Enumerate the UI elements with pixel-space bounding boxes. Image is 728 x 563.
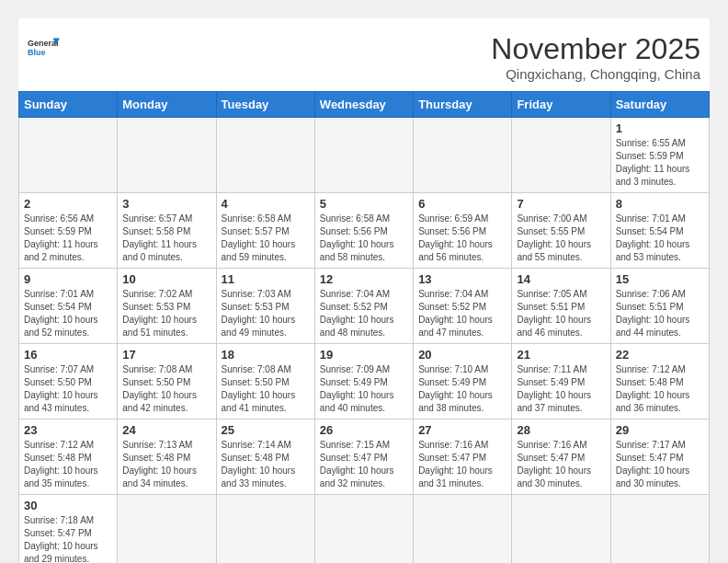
day-info: Sunrise: 7:03 AMSunset: 5:53 PMDaylight:… <box>222 288 310 339</box>
day-info: Sunrise: 7:11 AMSunset: 5:49 PMDaylight:… <box>517 363 605 415</box>
day-number: 25 <box>222 423 310 437</box>
calendar-day: 16Sunrise: 7:07 AMSunset: 5:50 PMDayligh… <box>19 344 118 419</box>
day-number: 28 <box>517 423 605 437</box>
day-number: 27 <box>418 423 506 437</box>
day-number: 7 <box>517 197 605 211</box>
calendar-day: 1Sunrise: 6:55 AMSunset: 5:59 PMDaylight… <box>610 118 709 193</box>
day-number: 14 <box>517 272 605 286</box>
calendar-day: 17Sunrise: 7:08 AMSunset: 5:50 PMDayligh… <box>118 344 216 419</box>
calendar-week-row: 9Sunrise: 7:01 AMSunset: 5:54 PMDaylight… <box>19 269 710 344</box>
header-wednesday: Wednesday <box>314 92 413 118</box>
day-number: 18 <box>222 348 310 362</box>
logo: General Blue <box>28 32 61 65</box>
calendar-day: 15Sunrise: 7:06 AMSunset: 5:51 PMDayligh… <box>610 269 709 344</box>
calendar-day: 14Sunrise: 7:05 AMSunset: 5:51 PMDayligh… <box>512 269 610 344</box>
calendar-header: Sunday Monday Tuesday Wednesday Thursday… <box>19 92 710 118</box>
day-number: 17 <box>122 348 210 362</box>
day-info: Sunrise: 7:16 AMSunset: 5:47 PMDaylight:… <box>418 439 506 490</box>
day-info: Sunrise: 6:58 AMSunset: 5:57 PMDaylight:… <box>222 213 310 264</box>
day-info: Sunrise: 6:55 AMSunset: 5:59 PMDaylight:… <box>616 137 704 189</box>
location: Qingxichang, Chongqing, China <box>491 66 700 82</box>
calendar-day: 18Sunrise: 7:08 AMSunset: 5:50 PMDayligh… <box>216 344 314 419</box>
day-number: 26 <box>320 423 408 437</box>
day-info: Sunrise: 7:01 AMSunset: 5:54 PMDaylight:… <box>24 288 112 339</box>
day-info: Sunrise: 7:04 AMSunset: 5:52 PMDaylight:… <box>418 288 506 339</box>
day-number: 4 <box>222 197 310 211</box>
day-info: Sunrise: 7:12 AMSunset: 5:48 PMDaylight:… <box>616 363 704 415</box>
calendar-day <box>216 118 314 193</box>
day-info: Sunrise: 7:08 AMSunset: 5:50 PMDaylight:… <box>122 363 210 415</box>
calendar-week-row: 2Sunrise: 6:56 AMSunset: 5:59 PMDaylight… <box>19 193 710 269</box>
day-info: Sunrise: 7:07 AMSunset: 5:50 PMDaylight:… <box>24 363 112 415</box>
calendar-day: 12Sunrise: 7:04 AMSunset: 5:52 PMDayligh… <box>314 269 413 344</box>
svg-text:Blue: Blue <box>28 48 46 57</box>
calendar-day: 5Sunrise: 6:58 AMSunset: 5:56 PMDaylight… <box>314 193 413 269</box>
calendar-day <box>314 495 413 564</box>
calendar-day <box>512 118 610 193</box>
calendar-day: 21Sunrise: 7:11 AMSunset: 5:49 PMDayligh… <box>512 344 610 419</box>
day-number: 23 <box>24 423 112 437</box>
calendar-day: 13Sunrise: 7:04 AMSunset: 5:52 PMDayligh… <box>414 269 512 344</box>
calendar-day: 28Sunrise: 7:16 AMSunset: 5:47 PMDayligh… <box>512 419 610 495</box>
general-blue-logo-icon: General Blue <box>28 32 61 65</box>
day-number: 3 <box>122 197 210 211</box>
title-area: November 2025 Qingxichang, Chongqing, Ch… <box>491 32 700 82</box>
days-header-row: Sunday Monday Tuesday Wednesday Thursday… <box>19 92 710 118</box>
calendar-day <box>610 495 709 564</box>
day-number: 11 <box>222 272 310 286</box>
calendar-week-row: 16Sunrise: 7:07 AMSunset: 5:50 PMDayligh… <box>19 344 710 419</box>
svg-text:General: General <box>28 39 59 48</box>
month-title: November 2025 <box>491 32 700 66</box>
calendar-day <box>414 118 512 193</box>
header-sunday: Sunday <box>19 92 118 118</box>
calendar-day: 20Sunrise: 7:10 AMSunset: 5:49 PMDayligh… <box>414 344 512 419</box>
day-number: 10 <box>122 272 210 286</box>
calendar-day: 23Sunrise: 7:12 AMSunset: 5:48 PMDayligh… <box>19 419 118 495</box>
day-number: 8 <box>616 197 704 211</box>
header-saturday: Saturday <box>610 92 709 118</box>
calendar-day: 10Sunrise: 7:02 AMSunset: 5:53 PMDayligh… <box>118 269 216 344</box>
calendar-day <box>118 118 216 193</box>
day-info: Sunrise: 7:04 AMSunset: 5:52 PMDaylight:… <box>320 288 408 339</box>
calendar-table: Sunday Monday Tuesday Wednesday Thursday… <box>18 91 710 563</box>
calendar-day <box>414 495 512 564</box>
day-info: Sunrise: 7:00 AMSunset: 5:55 PMDaylight:… <box>517 213 605 264</box>
day-info: Sunrise: 7:10 AMSunset: 5:49 PMDaylight:… <box>418 363 506 415</box>
day-number: 9 <box>24 272 112 286</box>
day-number: 20 <box>418 348 506 362</box>
day-info: Sunrise: 6:56 AMSunset: 5:59 PMDaylight:… <box>24 213 112 264</box>
header-monday: Monday <box>118 92 216 118</box>
calendar-day <box>216 495 314 564</box>
day-number: 13 <box>418 272 506 286</box>
calendar-week-row: 30Sunrise: 7:18 AMSunset: 5:47 PMDayligh… <box>19 495 710 564</box>
header-tuesday: Tuesday <box>216 92 314 118</box>
calendar-day: 30Sunrise: 7:18 AMSunset: 5:47 PMDayligh… <box>19 495 118 564</box>
day-number: 21 <box>517 348 605 362</box>
calendar-week-row: 1Sunrise: 6:55 AMSunset: 5:59 PMDaylight… <box>19 118 710 193</box>
day-info: Sunrise: 7:13 AMSunset: 5:48 PMDaylight:… <box>122 439 210 490</box>
header: General Blue November 2025 Qingxichang, … <box>18 18 710 91</box>
calendar-day <box>512 495 610 564</box>
day-info: Sunrise: 7:17 AMSunset: 5:47 PMDaylight:… <box>616 439 704 490</box>
calendar-day <box>19 118 118 193</box>
calendar-day: 9Sunrise: 7:01 AMSunset: 5:54 PMDaylight… <box>19 269 118 344</box>
day-info: Sunrise: 7:01 AMSunset: 5:54 PMDaylight:… <box>616 213 704 264</box>
header-thursday: Thursday <box>414 92 512 118</box>
day-number: 29 <box>616 423 704 437</box>
day-info: Sunrise: 7:08 AMSunset: 5:50 PMDaylight:… <box>222 363 310 415</box>
calendar-day: 24Sunrise: 7:13 AMSunset: 5:48 PMDayligh… <box>118 419 216 495</box>
day-number: 30 <box>24 499 112 512</box>
day-info: Sunrise: 6:58 AMSunset: 5:56 PMDaylight:… <box>320 213 408 264</box>
calendar-day: 8Sunrise: 7:01 AMSunset: 5:54 PMDaylight… <box>610 193 709 269</box>
calendar-page: General Blue November 2025 Qingxichang, … <box>18 18 710 563</box>
calendar-day: 6Sunrise: 6:59 AMSunset: 5:56 PMDaylight… <box>414 193 512 269</box>
day-number: 1 <box>616 121 704 135</box>
calendar-body: 1Sunrise: 6:55 AMSunset: 5:59 PMDaylight… <box>19 118 710 564</box>
day-number: 24 <box>122 423 210 437</box>
calendar-day: 2Sunrise: 6:56 AMSunset: 5:59 PMDaylight… <box>19 193 118 269</box>
calendar-day <box>314 118 413 193</box>
day-number: 22 <box>616 348 704 362</box>
day-info: Sunrise: 7:15 AMSunset: 5:47 PMDaylight:… <box>320 439 408 490</box>
calendar-day: 11Sunrise: 7:03 AMSunset: 5:53 PMDayligh… <box>216 269 314 344</box>
calendar-day: 25Sunrise: 7:14 AMSunset: 5:48 PMDayligh… <box>216 419 314 495</box>
